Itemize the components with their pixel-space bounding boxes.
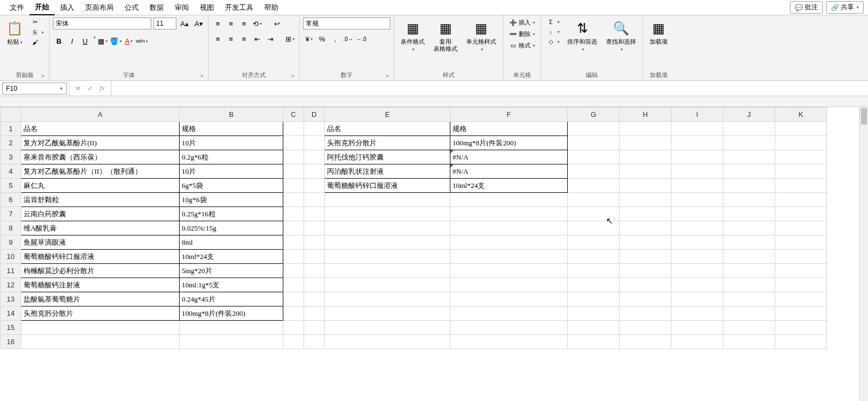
cell[interactable] [568, 193, 620, 207]
cell[interactable] [620, 250, 671, 264]
sort-filter-button[interactable]: ⇅排序和筛选▾ [564, 17, 601, 54]
cell[interactable]: 0.2g*6粒 [180, 150, 283, 164]
cell[interactable] [723, 193, 775, 207]
col-header[interactable]: I [671, 108, 723, 122]
cell[interactable] [325, 292, 450, 306]
menu-insert[interactable]: 插入 [55, 1, 80, 15]
clipboard-launcher[interactable]: ↘ [40, 73, 45, 78]
cell[interactable] [325, 207, 450, 221]
cell[interactable]: 10ml*24支 [450, 179, 568, 193]
copy-button[interactable]: ⎘▾ [28, 28, 46, 37]
comment-button[interactable]: 💬批注 [790, 1, 823, 14]
row-header[interactable]: 14 [1, 306, 21, 321]
cell[interactable] [21, 335, 180, 349]
cell[interactable] [671, 122, 723, 136]
cell[interactable] [450, 264, 568, 278]
cell[interactable]: 10g*6袋 [180, 193, 283, 207]
cell[interactable]: #N/A [450, 150, 568, 164]
cell[interactable] [283, 321, 304, 335]
menu-file[interactable]: 文件 [4, 1, 29, 15]
scroll-thumb[interactable] [861, 108, 867, 125]
cell[interactable] [304, 207, 325, 221]
cell[interactable] [283, 136, 304, 150]
cell[interactable] [620, 122, 671, 136]
cell[interactable] [325, 278, 450, 292]
cell[interactable] [775, 335, 827, 349]
cell[interactable] [283, 292, 304, 306]
underline-button[interactable]: U [79, 35, 91, 47]
cell[interactable] [620, 207, 671, 221]
row-header[interactable]: 7 [1, 207, 21, 221]
cell[interactable] [775, 179, 827, 193]
italic-button[interactable]: I [66, 35, 78, 47]
row-header[interactable]: 12 [1, 278, 21, 292]
cell[interactable] [283, 150, 304, 164]
cell[interactable] [304, 292, 325, 306]
cell[interactable]: 葡萄糖酸钙锌口服溶液 [21, 250, 180, 264]
cell[interactable] [723, 321, 775, 335]
col-header[interactable]: K [775, 108, 827, 122]
border-button[interactable]: ▦▾ [97, 35, 109, 47]
cell[interactable] [723, 122, 775, 136]
cell[interactable]: 100mg*8片(件装200) [180, 306, 283, 321]
conditional-format-button[interactable]: ▦条件格式▾ [397, 17, 428, 54]
cell-style-button[interactable]: ▦单元格样式▾ [463, 17, 500, 54]
cell[interactable] [723, 207, 775, 221]
cell[interactable] [723, 235, 775, 250]
cell[interactable] [568, 179, 620, 193]
cell[interactable] [671, 164, 723, 179]
indent-decrease-button[interactable]: ⇤ [251, 33, 263, 45]
cell[interactable] [283, 179, 304, 193]
cell[interactable] [620, 306, 671, 321]
col-header[interactable]: H [620, 108, 671, 122]
cell[interactable] [620, 179, 671, 193]
cell[interactable] [304, 193, 325, 207]
cell[interactable] [723, 164, 775, 179]
format-painter-button[interactable]: 🖌 [28, 38, 46, 46]
cell[interactable]: 10ml*24支 [180, 250, 283, 264]
cell[interactable] [304, 278, 325, 292]
cell[interactable] [304, 335, 325, 349]
autosum-button[interactable]: Σ▾ [544, 17, 562, 26]
menu-data[interactable]: 数据 [144, 1, 169, 15]
cell[interactable] [283, 250, 304, 264]
font-color-button[interactable]: A▾ [123, 35, 135, 47]
cell[interactable]: 10片 [180, 164, 283, 179]
cell[interactable] [775, 250, 827, 264]
cell[interactable] [671, 150, 723, 164]
menu-home[interactable]: 开始 [29, 0, 55, 15]
cell[interactable] [568, 235, 620, 250]
cell[interactable] [723, 278, 775, 292]
confirm-formula-button[interactable]: ✓ [85, 85, 96, 92]
fx-button[interactable]: fx [97, 84, 108, 92]
cell[interactable]: 规格 [180, 122, 283, 136]
cell[interactable] [671, 335, 723, 349]
spreadsheet-grid[interactable]: A B C D E F G H I J K 1品名规格品名规格2复方对乙酰氨基酚… [0, 107, 827, 349]
menu-formula[interactable]: 公式 [119, 1, 144, 15]
cell[interactable] [283, 164, 304, 179]
cell[interactable] [304, 306, 325, 321]
cell[interactable] [775, 193, 827, 207]
cell[interactable] [620, 193, 671, 207]
menu-help[interactable]: 帮助 [259, 1, 284, 15]
clear-button[interactable]: ◇▾ [544, 37, 562, 46]
cell[interactable] [671, 250, 723, 264]
cell[interactable] [775, 164, 827, 179]
indent-increase-button[interactable]: ⇥ [264, 33, 276, 45]
cell[interactable] [568, 321, 620, 335]
currency-button[interactable]: ¥▾ [303, 33, 315, 45]
cell[interactable] [304, 221, 325, 235]
cell[interactable] [775, 207, 827, 221]
row-header[interactable]: 16 [1, 335, 21, 349]
cell[interactable]: 头孢克肟分散片 [325, 136, 450, 150]
number-format-select[interactable] [303, 17, 390, 30]
cell[interactable] [671, 321, 723, 335]
comma-button[interactable]: , [329, 33, 341, 45]
cell[interactable]: 6g*5袋 [180, 179, 283, 193]
increase-decimal-button[interactable]: .0→ [342, 33, 354, 45]
cell[interactable] [568, 335, 620, 349]
cell[interactable]: 0.25g*16粒 [180, 207, 283, 221]
align-bottom-button[interactable]: ≡ [238, 17, 250, 30]
cell[interactable] [568, 250, 620, 264]
cell[interactable] [568, 207, 620, 221]
